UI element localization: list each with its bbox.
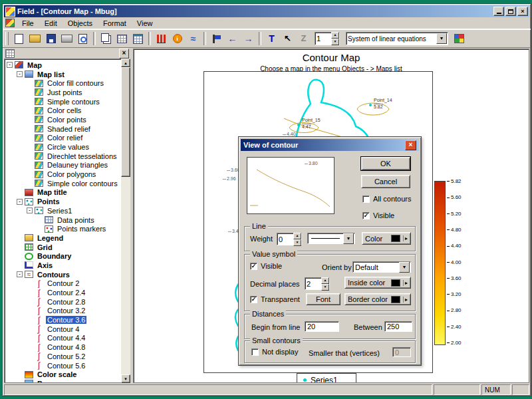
tree-item-color-scale[interactable]: Color scale <box>5 370 121 379</box>
ok-button[interactable]: OK <box>361 157 410 170</box>
tree-item-map-title[interactable]: Map title <box>5 188 121 198</box>
tree-item-grid[interactable]: Grid <box>5 243 121 252</box>
tree-item-contour-2-8[interactable]: Contour 2.8 <box>5 297 121 307</box>
tree-item-contour-5-6[interactable]: Contour 5.6 <box>5 361 121 370</box>
scroll-up-icon[interactable]: ▲ <box>121 59 130 67</box>
tree-item-contour-5-2[interactable]: Contour 5.2 <box>5 352 121 361</box>
close-button[interactable]: × <box>517 7 528 16</box>
maximize-button[interactable] <box>505 7 516 16</box>
chevron-down-icon[interactable]: ▼ <box>399 262 410 273</box>
tree-item-contours[interactable]: -Contours <box>5 270 121 279</box>
spinner-arrows[interactable]: ▲▼ <box>293 233 301 246</box>
tree-item-contour-4[interactable]: Contour 4 <box>5 325 121 334</box>
spinner-arrows[interactable]: ▲▼ <box>331 32 339 45</box>
transparent-checkbox[interactable]: Transparent <box>250 295 300 303</box>
tree-item-delauney-triangles[interactable]: Delauney triangles <box>5 161 121 170</box>
scroll-down-icon[interactable]: ▼ <box>121 374 130 383</box>
tree-item-simple-contours[interactable]: Simple contours <box>5 97 121 106</box>
tree-item-contour-3-2[interactable]: Contour 3.2 <box>5 307 121 316</box>
panel-close-button[interactable]: × <box>119 49 129 59</box>
smaller-that-input[interactable] <box>392 347 411 357</box>
sp inner-arrows[interactable]: ▲▼ <box>321 277 329 291</box>
panel-grip-icon[interactable] <box>5 49 15 58</box>
chevron-down-icon[interactable]: ▼ <box>436 33 447 44</box>
tree-item-boundary[interactable]: Boundary <box>5 251 121 261</box>
text-tool-button[interactable]: T <box>264 31 279 46</box>
tree-item-color-points[interactable]: Color points <box>5 115 121 124</box>
border-color-button[interactable]: Border color ▸ <box>344 293 411 305</box>
menu-format[interactable]: Format <box>98 19 131 28</box>
chevron-down-icon[interactable]: ▼ <box>343 233 354 244</box>
maps-button[interactable] <box>452 31 467 46</box>
tree-item-color-fill-contours[interactable]: Color fill contours <box>5 78 121 88</box>
spin-down-icon[interactable]: ▼ <box>331 39 339 45</box>
open-button[interactable] <box>27 31 43 46</box>
legend[interactable]: Series1 <box>297 373 356 383</box>
info-button[interactable] <box>170 31 185 46</box>
tree-item-contour-2[interactable]: Contour 2 <box>5 279 121 289</box>
menu-objects[interactable]: Objects <box>63 19 97 28</box>
tree-item-color-cells[interactable]: Color cells <box>5 106 121 115</box>
begin-from-line-input[interactable] <box>305 321 339 332</box>
all-contours-checkbox[interactable]: All contours <box>362 195 411 203</box>
tree-item-color-polygons[interactable]: Color polygons <box>5 170 121 179</box>
menu-edit[interactable]: Edit <box>40 19 62 28</box>
save-button[interactable] <box>43 31 59 46</box>
tree-item-base-map[interactable]: Base map <box>5 379 121 383</box>
forward-button[interactable]: → <box>241 31 256 46</box>
back-button[interactable]: ← <box>225 31 240 46</box>
table-button[interactable] <box>130 31 146 46</box>
flag-button[interactable] <box>209 31 224 46</box>
iterations-spinner[interactable]: ▲▼ <box>315 32 340 45</box>
tree-scrollbar[interactable]: ▲ ▼ <box>121 59 130 383</box>
print-preview-button[interactable] <box>75 31 90 46</box>
tree-item-circle-values[interactable]: Circle values <box>5 142 121 152</box>
line-style-combo[interactable]: ▼ <box>307 233 355 244</box>
collapse-icon[interactable]: - <box>17 71 23 77</box>
pointer-button[interactable]: ↖ <box>280 31 295 46</box>
chart-button[interactable]: ≈ <box>186 31 201 46</box>
spin-up-icon[interactable]: ▲ <box>293 233 301 239</box>
tree-item-just-points[interactable]: Just points <box>5 88 121 97</box>
grid-button[interactable] <box>114 31 130 46</box>
visible-checkbox[interactable]: Visible <box>362 211 394 219</box>
chart-3d-button[interactable] <box>154 31 169 46</box>
tree-item-shaded-relief[interactable]: Shaded relief <box>5 124 121 134</box>
collapse-icon[interactable]: - <box>27 207 33 213</box>
title-bar[interactable]: Field - [Contour Map - Mbug] × <box>4 5 529 17</box>
spin-down-icon[interactable]: ▼ <box>321 284 329 291</box>
menu-view[interactable]: View <box>132 19 158 28</box>
tree-item-contour-3-6[interactable]: Contour 3.6 <box>5 315 121 325</box>
tree-item-points-markers[interactable]: Points markers <box>5 224 121 233</box>
new-button[interactable] <box>11 31 27 46</box>
tree-item-contour-4-4[interactable]: Contour 4.4 <box>5 334 121 343</box>
line-color-button[interactable]: Color ▸ <box>362 232 411 245</box>
tree-item-map[interactable]: -Map <box>5 61 121 70</box>
tree-item-map-list[interactable]: -Map list <box>5 70 121 79</box>
tree-item-contour-4-8[interactable]: Contour 4.8 <box>5 342 121 352</box>
spin-up-icon[interactable]: ▲ <box>331 32 339 39</box>
tree-item-color-relief[interactable]: Color relief <box>5 134 121 143</box>
weight-input[interactable] <box>277 235 293 243</box>
dialog-close-button[interactable]: × <box>405 140 416 150</box>
decimal-places-spinner[interactable]: ▲▼ <box>305 277 330 290</box>
tree-item-points[interactable]: -Points <box>5 197 121 206</box>
collapse-icon[interactable]: - <box>17 271 23 277</box>
tree-item-contour-2-4[interactable]: Contour 2.4 <box>5 288 121 297</box>
tree-item-data-points[interactable]: Data points <box>5 215 121 225</box>
document-icon[interactable] <box>5 19 15 27</box>
copy-button[interactable] <box>98 31 114 46</box>
collapse-icon[interactable]: - <box>7 62 13 68</box>
inside-color-button[interactable]: Inside color ▸ <box>344 277 411 289</box>
minimize-button[interactable] <box>493 7 504 16</box>
tree-item-simple-color-contours[interactable]: Simple color contours <box>5 179 121 188</box>
scrollbar-thumb[interactable] <box>121 67 130 177</box>
toolbar-grip[interactable] <box>5 32 9 45</box>
tree-item-axis[interactable]: Axis <box>5 261 121 270</box>
collapse-icon[interactable]: - <box>17 199 23 205</box>
cancel-button[interactable]: Cancel <box>361 175 410 188</box>
not-display-checkbox[interactable]: Not display <box>251 348 298 356</box>
menu-file[interactable]: File <box>17 19 39 28</box>
spin-up-icon[interactable]: ▲ <box>321 277 329 284</box>
tree-item-legend[interactable]: Legend <box>5 233 121 243</box>
